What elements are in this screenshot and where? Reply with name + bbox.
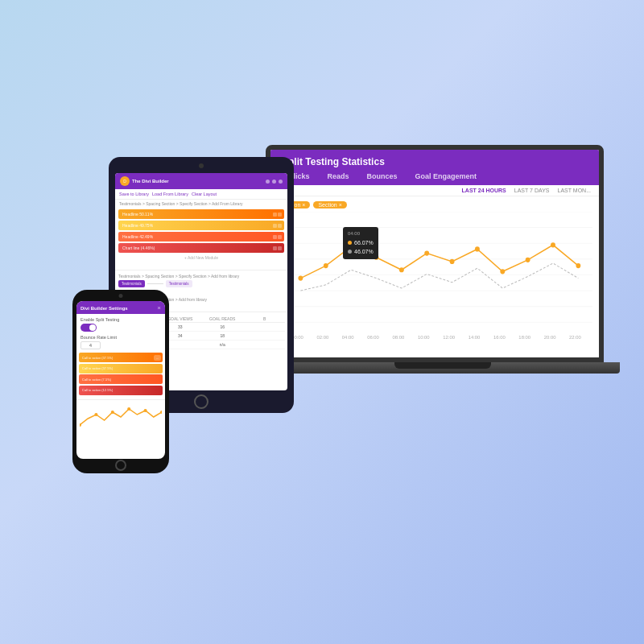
phone-row-3[interactable]: Call to action (7.5%)	[79, 374, 163, 384]
row-actions-2	[270, 224, 284, 228]
row-action-icon[interactable]	[278, 246, 282, 250]
tooltip-row-1: 66.07%	[348, 238, 374, 247]
toolbar-save[interactable]: Save to Library	[119, 192, 149, 196]
svg-text:10:00: 10:00	[418, 335, 430, 340]
bounce-rate-input[interactable]: 4	[80, 341, 101, 349]
laptop-base	[266, 362, 620, 374]
divi-app-title: The Divi Builder	[132, 179, 169, 184]
test-box-inactive[interactable]: Testimonials	[166, 280, 192, 287]
phone-row-label-3: Call to action (7.5%)	[79, 378, 163, 382]
tab-bounces[interactable]: Bounces	[361, 171, 404, 182]
divi-icon-2[interactable]	[272, 180, 276, 184]
svg-text:08:00: 08:00	[393, 335, 405, 340]
row-action-icon[interactable]	[278, 235, 282, 239]
svg-text:20:00: 20:00	[544, 335, 556, 340]
laptop-screen: Split Testing Statistics Clicks Reads Bo…	[266, 145, 604, 362]
row-action-icon[interactable]	[273, 235, 277, 239]
phone-frame: Divi Builder Settings × Enable Split Tes…	[72, 290, 169, 473]
row-action-icon[interactable]	[273, 224, 277, 228]
phone-row-label-4: Call to action (12.5%)	[79, 388, 163, 392]
row-label-1: Headline 50.11%	[118, 209, 270, 219]
toolbar-clear[interactable]: Clear Layout	[192, 192, 217, 196]
divi-rows-area: Testimonials > Spacing Section > Specify…	[115, 200, 287, 268]
label-split-testing: Enable Split Testing	[80, 317, 161, 322]
tablet-home-button[interactable]	[194, 394, 208, 409]
phone-rows-area: Call to action (37.5%) ... Call to actio…	[76, 351, 165, 398]
phone-title: Divi Builder Settings	[80, 306, 128, 311]
svg-point-22	[424, 251, 429, 256]
row-label-3: Headline 42.49%	[118, 232, 270, 242]
row-actions-1	[270, 213, 284, 217]
dot-gray-icon	[348, 250, 352, 254]
phone-row-4[interactable]: Call to action (12.5%)	[79, 386, 163, 395]
section-badge-b[interactable]: Section ×	[313, 201, 346, 208]
phone-row-1[interactable]: Call to action (37.5%) ...	[79, 353, 163, 362]
phone-row-label-1: Call to action (37.5%)	[79, 356, 154, 360]
row-actions-3	[270, 235, 284, 239]
divi-row-1[interactable]: Headline 50.11%	[118, 209, 284, 219]
divi-icon-1[interactable]	[266, 180, 270, 184]
phone-close-icon[interactable]: ×	[157, 304, 161, 312]
row-action-icon[interactable]	[278, 224, 282, 228]
svg-text:12:00: 12:00	[443, 335, 455, 340]
svg-point-44	[127, 407, 130, 411]
divider	[115, 270, 287, 270]
chart-area: Section × Section × 04:00 66.07% 46.07%	[270, 196, 599, 353]
row-action-icon[interactable]	[273, 213, 277, 217]
cell-reads: n/a	[202, 342, 243, 347]
section-badges: Section × Section ×	[277, 201, 592, 208]
svg-point-21	[399, 267, 404, 272]
chart-tooltip: 04:00 66.07% 46.07%	[343, 227, 378, 259]
phone-mini-chart	[76, 399, 165, 436]
time-7d[interactable]: LAST 7 DAYS	[514, 188, 550, 193]
stats-tabs[interactable]: Clicks Reads Bounces Goal Engagement	[282, 171, 588, 182]
divi-row-2[interactable]: Headline 49.75%	[118, 221, 284, 230]
row-action-icon[interactable]	[278, 213, 282, 217]
time-month[interactable]: LAST MON...	[558, 188, 592, 193]
testimonial-row-1: Testimonials Testimonials	[118, 280, 284, 287]
bounce-rate-row: 4	[80, 341, 161, 349]
line-chart: 80% 70% 60% 50% 40% 30% 20% 10% 0%	[277, 212, 592, 341]
phone-row-2[interactable]: Call to action (37.5%)	[79, 364, 163, 374]
phone-camera	[119, 294, 123, 298]
phone: Divi Builder Settings × Enable Split Tes…	[72, 290, 169, 475]
phone-chart-svg	[80, 402, 162, 431]
row-action-icon[interactable]	[273, 246, 277, 250]
svg-text:18:00: 18:00	[518, 335, 530, 340]
svg-point-17	[298, 275, 303, 280]
svg-point-42	[94, 413, 97, 416]
col-goal-reads: GOAL READS	[202, 316, 243, 321]
phone-row-label-2: Call to action (37.5%)	[79, 366, 163, 370]
row-label-4: Chart line (4.46%)	[118, 243, 270, 253]
tooltip-time: 04:00	[348, 230, 374, 238]
svg-text:16:00: 16:00	[493, 335, 506, 340]
test-box-active[interactable]: Testimonials	[118, 280, 145, 287]
tablet-camera	[199, 163, 204, 168]
time-24h[interactable]: LAST 24 HOURS	[462, 188, 506, 193]
divi-row-4[interactable]: Chart line (4.46%)	[118, 243, 284, 253]
divi-toolbar[interactable]: Save to Library Load From Library Clear …	[115, 189, 287, 200]
toggle-row	[80, 324, 161, 332]
split-testing-toggle[interactable]	[80, 324, 97, 332]
row-actions-4	[270, 246, 284, 250]
phone-header: Divi Builder Settings ×	[76, 301, 165, 314]
phone-home-button[interactable]	[115, 460, 126, 471]
svg-point-25	[500, 269, 505, 274]
svg-point-18	[324, 263, 328, 268]
phone-settings-section: Enable Split Testing Bounce Rate Limit 4	[76, 314, 165, 351]
phone-screen: Divi Builder Settings × Enable Split Tes…	[76, 301, 165, 459]
phone-row-badge-1: ...	[154, 355, 161, 361]
svg-point-27	[551, 242, 555, 247]
svg-point-43	[111, 411, 114, 414]
tab-goal-engagement[interactable]: Goal Engagement	[409, 171, 484, 182]
cell-reads: 16	[202, 324, 243, 329]
laptop: Split Testing Statistics Clicks Reads Bo…	[266, 145, 620, 394]
tab-reads[interactable]: Reads	[321, 171, 356, 182]
divi-icon-3[interactable]	[279, 180, 283, 184]
laptop-notch	[394, 362, 491, 369]
svg-point-45	[144, 409, 147, 412]
tooltip-value-2: 46.07%	[354, 247, 374, 256]
divi-row-3[interactable]: Headline 42.49%	[118, 232, 284, 242]
toolbar-load[interactable]: Load From Library	[152, 192, 188, 196]
svg-text:06:00: 06:00	[367, 335, 379, 340]
